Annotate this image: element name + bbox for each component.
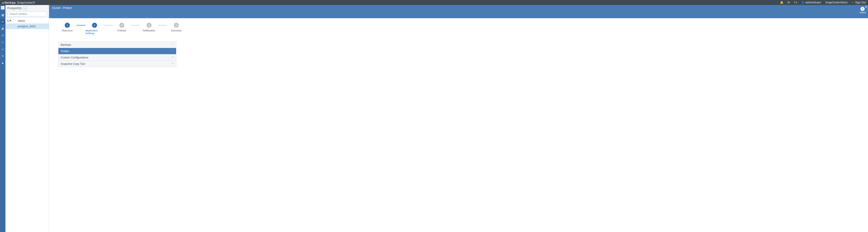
step-number: 5 xyxy=(174,23,179,28)
step-connector xyxy=(104,25,113,26)
wizard-step-notification[interactable]: 4Notification xyxy=(140,23,158,32)
settings-accordion: Backups﹀Scripts﹀Custom Configurations﹀Sn… xyxy=(58,41,176,67)
chevron-down-icon: ﹀ xyxy=(171,43,174,47)
rail-monitor-icon[interactable]: ◉ xyxy=(0,26,5,31)
step-label: Summary xyxy=(171,29,182,32)
rail-resources-icon[interactable]: ✔ xyxy=(0,20,5,24)
plugin-dropdown-button[interactable]: ▾ xyxy=(23,6,27,10)
accordion-label: Custom Configurations xyxy=(61,56,88,59)
rail-settings-icon[interactable]: ≡ xyxy=(0,54,5,58)
step-number: 2 xyxy=(92,23,97,28)
brand-product: SnapCenter® xyxy=(17,1,35,4)
mail-icon[interactable]: ✉ xyxy=(787,1,790,4)
step-label: Resource xyxy=(62,29,72,32)
accordion-custom-configurations[interactable]: Custom Configurations﹀ xyxy=(58,54,176,60)
resource-panel: ⇅ ⚑ Name postgres_5432 xyxy=(5,18,49,232)
topbar-right: 🔔 ✉ ? administrator SnapCenterAdmin Sign… xyxy=(780,1,866,4)
resource-column-name: Name xyxy=(13,19,25,23)
plugin-selector: PostgreSQL ▾ xyxy=(7,6,47,10)
step-label: Policies xyxy=(118,29,126,32)
details-button[interactable]: i Details xyxy=(859,7,866,13)
chevron-down-icon: ﹀ xyxy=(171,62,174,65)
resource-header: ⇅ ⚑ Name xyxy=(5,18,49,24)
brand-vendor: NetApp xyxy=(2,1,16,4)
step-connector xyxy=(131,25,140,26)
rail-hosts-icon[interactable]: ⊹ xyxy=(0,40,5,45)
chevron-down-icon: ﹀ xyxy=(171,56,174,59)
breadcrumb: Cluster - Protect xyxy=(52,6,72,9)
step-label: Application Settings xyxy=(86,29,104,35)
wizard-step-policies[interactable]: 3Policies xyxy=(113,23,131,32)
step-number: 1 xyxy=(65,23,70,28)
flag-icon: ⚑ xyxy=(9,19,11,23)
details-label: Details xyxy=(859,11,866,13)
role-label[interactable]: SnapCenterAdmin xyxy=(825,1,847,4)
step-label: Notification xyxy=(143,29,155,32)
step-number: 4 xyxy=(147,23,152,28)
brand: NetApp SnapCenter® xyxy=(2,1,35,4)
wizard-stepper: 1Resource2Application Settings3Policies4… xyxy=(58,23,859,35)
topbar: NetApp SnapCenter® 🔔 ✉ ? administrator S… xyxy=(0,0,868,5)
rail-storage-icon[interactable]: ▭ xyxy=(0,47,5,51)
step-connector xyxy=(76,25,86,26)
search-input[interactable] xyxy=(7,11,47,17)
accordion-scripts[interactable]: Scripts﹀ xyxy=(58,48,176,54)
sort-icon: ⇅ xyxy=(7,19,9,23)
rail-expand-button[interactable]: › xyxy=(1,6,4,9)
subheader-left: PostgreSQL ▾ xyxy=(5,5,49,18)
rail-dashboard-icon[interactable]: ▦ xyxy=(0,13,5,17)
user-menu[interactable]: administrator xyxy=(801,1,821,4)
accordion-label: Snapshot Copy Tool xyxy=(61,62,85,65)
help-icon[interactable]: ? xyxy=(794,1,797,4)
chevron-down-icon: ﹀ xyxy=(171,49,174,53)
accordion-backups[interactable]: Backups﹀ xyxy=(58,41,176,48)
accordion-snapshot-copy-tool[interactable]: Snapshot Copy Tool﹀ xyxy=(58,60,176,67)
step-number: 3 xyxy=(119,23,124,28)
accordion-label: Backups xyxy=(61,43,71,47)
rail-reports-icon[interactable]: ⇗ xyxy=(0,33,5,38)
wizard-step-application-settings[interactable]: 2Application Settings xyxy=(86,23,104,35)
wizard-step-summary[interactable]: 5Summary xyxy=(167,23,185,32)
rail-alerts-icon[interactable]: ▲ xyxy=(0,60,5,65)
plugin-label: PostgreSQL xyxy=(7,7,22,10)
nav-rail: › ▦ ✔ ◉ ⇗ ⊹ ▭ ≡ ▲ xyxy=(0,5,5,232)
info-icon: i xyxy=(861,7,865,11)
accordion-label: Scripts xyxy=(61,50,69,53)
wizard-step-resource[interactable]: 1Resource xyxy=(58,23,76,32)
bell-icon[interactable]: 🔔 xyxy=(780,1,783,4)
step-connector xyxy=(158,25,167,26)
signout-button[interactable]: Sign Out xyxy=(851,1,866,4)
main-area: 1Resource2Application Settings3Policies4… xyxy=(49,18,868,232)
subheader: PostgreSQL ▾ Cluster - Protect ✕ i Detai… xyxy=(5,5,868,18)
resource-sort-button[interactable]: ⇅ ⚑ xyxy=(5,18,13,23)
resource-row[interactable]: postgres_5432 xyxy=(5,24,49,29)
